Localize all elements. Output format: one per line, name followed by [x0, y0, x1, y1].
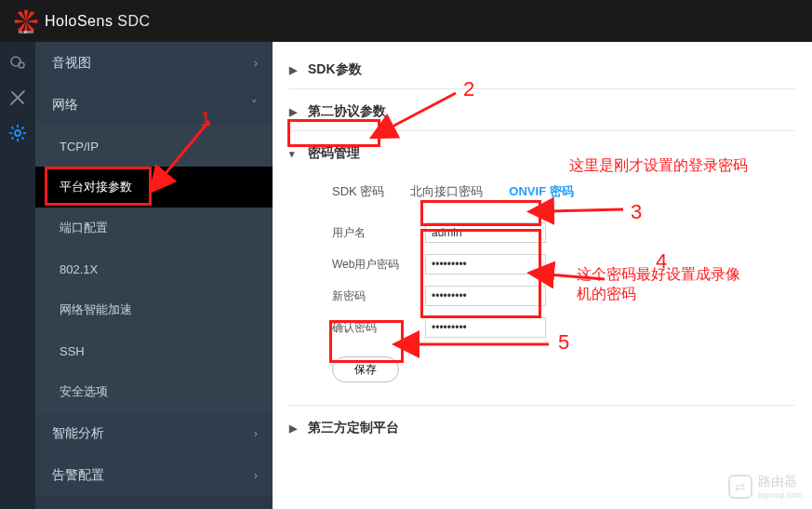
- section-third-party[interactable]: ▶ 第三方定制平台: [289, 411, 795, 445]
- topbar: HUAWEI HoloSens SDC: [0, 0, 812, 42]
- divider: [289, 88, 795, 89]
- triangle-right-icon: ▶: [289, 422, 302, 435]
- camera-icon[interactable]: [8, 53, 27, 72]
- nav-group-label: 告警配置: [52, 467, 104, 484]
- label-confirm-pwd: 确认密码: [332, 320, 425, 336]
- sidebar-item-8021x[interactable]: 802.1X: [35, 248, 273, 289]
- svg-line-9: [12, 138, 14, 140]
- confirm-pwd-input[interactable]: [425, 317, 546, 338]
- svg-line-10: [22, 127, 24, 129]
- section-sdk-params[interactable]: ▶ SDK参数: [289, 53, 795, 87]
- new-pwd-input[interactable]: [425, 286, 546, 306]
- divider: [289, 405, 795, 406]
- main-panel: ▶ SDK参数 ▶ 第二协议参数 ▾ 密码管理 SDK 密码 北向接口密码 ON…: [273, 42, 812, 509]
- nav-group-alarm[interactable]: 告警配置 ›: [35, 454, 273, 496]
- brand-block: HUAWEI HoloSens SDC: [13, 8, 151, 34]
- chevron-right-icon: ›: [254, 56, 258, 70]
- tab-onvif-pwd[interactable]: ONVIF 密码: [509, 183, 573, 204]
- tab-sdk-pwd[interactable]: SDK 密码: [332, 183, 384, 204]
- section-title: 密码管理: [308, 145, 360, 162]
- gear-icon[interactable]: [8, 124, 27, 142]
- brand-name: HoloSens SDC: [45, 13, 151, 30]
- sidebar-item-ssh[interactable]: SSH: [35, 330, 273, 371]
- sidebar-item-tcpip[interactable]: TCP/IP: [35, 126, 273, 167]
- nav-group-network[interactable]: 网络 ˅: [35, 84, 273, 126]
- icon-rail: [0, 42, 35, 509]
- chevron-down-icon: ˅: [251, 98, 258, 112]
- svg-point-2: [15, 130, 20, 136]
- watermark-sub: luyouqi.com: [758, 490, 803, 500]
- password-panel: SDK 密码 北向接口密码 ONVIF 密码 用户名 Web用户密码 新密码: [289, 170, 795, 392]
- pwd-tabs: SDK 密码 北向接口密码 ONVIF 密码: [332, 183, 795, 204]
- label-web-pwd: Web用户密码: [332, 257, 425, 273]
- nav-group-smart[interactable]: 智能分析 ›: [35, 412, 273, 454]
- watermark-title: 路由器: [758, 474, 797, 489]
- huawei-text: HUAWEI: [19, 30, 34, 34]
- tab-north-pwd[interactable]: 北向接口密码: [410, 183, 483, 204]
- nav-group-av[interactable]: 音视图 ›: [35, 42, 273, 84]
- section-title: SDK参数: [308, 61, 362, 78]
- triangle-down-icon: ▾: [289, 148, 302, 160]
- sidebar: 音视图 › 网络 ˅ TCP/IP 平台对接参数 端口配置 802.1X 网络智…: [35, 42, 273, 509]
- tools-icon[interactable]: [8, 88, 27, 107]
- nav-group-label: 智能分析: [52, 425, 104, 442]
- section-title: 第三方定制平台: [308, 420, 399, 436]
- watermark: ⇄ 路由器 luyouqi.com: [728, 474, 803, 500]
- section-password-mgmt[interactable]: ▾ 密码管理: [289, 137, 795, 170]
- label-new-pwd: 新密码: [332, 288, 425, 304]
- chevron-right-icon: ›: [254, 468, 258, 482]
- sidebar-item-security[interactable]: 安全选项: [35, 371, 273, 412]
- section-title: 第二协议参数: [308, 103, 386, 120]
- triangle-right-icon: ▶: [289, 64, 302, 76]
- brand-suffix: SDC: [117, 13, 150, 29]
- sidebar-item-net-accel[interactable]: 网络智能加速: [35, 289, 273, 330]
- divider: [289, 130, 795, 131]
- sidebar-item-platform-dock[interactable]: 平台对接参数: [35, 167, 273, 208]
- nav-group-label: 音视图: [52, 55, 91, 72]
- sidebar-item-port-config[interactable]: 端口配置: [35, 208, 273, 248]
- svg-line-8: [22, 138, 24, 140]
- save-button[interactable]: 保存: [332, 356, 399, 382]
- nav-group-label: 网络: [52, 97, 78, 114]
- router-icon: ⇄: [728, 475, 752, 499]
- subnav-network: TCP/IP 平台对接参数 端口配置 802.1X 网络智能加速 SSH 安全选…: [35, 126, 273, 412]
- web-pwd-input[interactable]: [425, 254, 546, 275]
- triangle-right-icon: ▶: [289, 106, 302, 118]
- brand-main: HoloSens: [45, 13, 113, 29]
- label-username: 用户名: [332, 225, 425, 241]
- pwd-form: 用户名 Web用户密码 新密码 确认密码: [332, 217, 795, 343]
- svg-line-7: [12, 127, 14, 129]
- username-input[interactable]: [425, 222, 546, 243]
- section-second-protocol[interactable]: ▶ 第二协议参数: [289, 95, 795, 128]
- huawei-logo-icon: HUAWEI: [13, 8, 39, 34]
- chevron-right-icon: ›: [254, 426, 258, 440]
